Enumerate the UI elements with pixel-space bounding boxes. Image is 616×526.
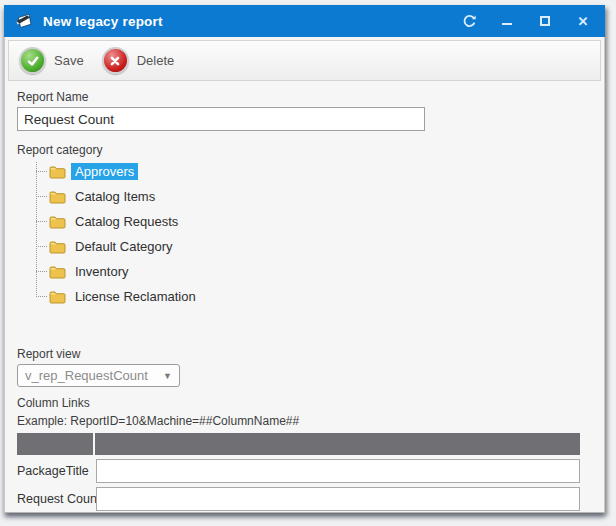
- request-count-input[interactable]: [96, 487, 580, 511]
- save-button[interactable]: Save: [19, 47, 84, 74]
- grid-header: [17, 433, 580, 455]
- folder-icon: [49, 215, 66, 229]
- tree-item-license-reclamation[interactable]: License Reclamation: [25, 284, 592, 309]
- tree-item-default-category[interactable]: Default Category: [25, 234, 592, 259]
- folder-icon: [49, 165, 66, 179]
- row-label-request-count: Request Count: [17, 492, 96, 506]
- report-category-tree: Approvers Catalog Items Catalog Requests: [25, 159, 592, 309]
- column-links-label: Column Links: [17, 396, 592, 410]
- refresh-icon[interactable]: [461, 13, 477, 29]
- tree-item-inventory[interactable]: Inventory: [25, 259, 592, 284]
- report-name-label: Report Name: [17, 90, 592, 104]
- column-links-grid: PackageTitle Request Count: [17, 433, 580, 511]
- chevron-down-icon: ▼: [163, 371, 172, 381]
- tree-item-catalog-requests[interactable]: Catalog Requests: [25, 209, 592, 234]
- save-check-icon: [19, 47, 46, 74]
- delete-x-icon: [102, 47, 129, 74]
- table-row: PackageTitle: [17, 459, 580, 483]
- save-label: Save: [54, 53, 84, 68]
- table-row: Request Count: [17, 487, 580, 511]
- tree-item-catalog-items[interactable]: Catalog Items: [25, 184, 592, 209]
- minimize-icon[interactable]: [499, 13, 515, 29]
- note-pencil-icon: [14, 12, 34, 30]
- folder-icon: [49, 265, 66, 279]
- grid-header-cell-left: [17, 433, 93, 455]
- row-label-packagetitle: PackageTitle: [17, 464, 96, 478]
- report-view-label: Report view: [17, 347, 592, 361]
- folder-icon: [49, 290, 66, 304]
- form-content: Report Name Report category Approvers: [5, 90, 604, 511]
- dialog-body: Save Delete Report Name Report category: [4, 37, 605, 513]
- maximize-icon[interactable]: [537, 13, 553, 29]
- report-category-label: Report category: [17, 143, 592, 157]
- folder-icon: [49, 190, 66, 204]
- titlebar: New legacy report ✕: [4, 5, 605, 37]
- grid-header-cell-right: [95, 433, 580, 455]
- window-controls: ✕: [461, 13, 591, 29]
- close-icon[interactable]: ✕: [575, 13, 591, 29]
- delete-button[interactable]: Delete: [102, 47, 175, 74]
- packagetitle-input[interactable]: [96, 459, 580, 483]
- window-title: New legacy report: [43, 14, 461, 29]
- report-view-select[interactable]: v_rep_RequestCount ▼: [17, 364, 180, 387]
- delete-label: Delete: [137, 53, 175, 68]
- report-view-value: v_rep_RequestCount: [25, 368, 159, 383]
- new-legacy-report-dialog: New legacy report ✕ Save: [4, 5, 605, 513]
- column-links-example: Example: ReportID=10&Machine=##ColumnNam…: [17, 414, 592, 428]
- tree-item-approvers[interactable]: Approvers: [25, 159, 592, 184]
- folder-icon: [49, 240, 66, 254]
- toolbar: Save Delete: [8, 40, 601, 81]
- report-name-input[interactable]: [17, 107, 425, 131]
